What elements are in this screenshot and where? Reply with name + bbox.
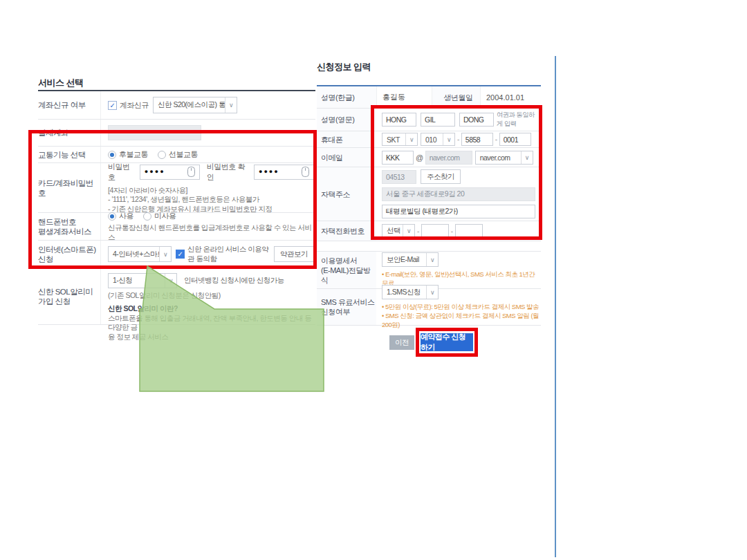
password-input[interactable]: ●●●● <box>140 165 200 180</box>
row-label-payment-account: 결제계좌 <box>38 120 101 146</box>
home-tel-last-input[interactable] <box>455 224 483 238</box>
password-note-1: [4자리 아라비아 숫자사용] <box>108 186 314 196</box>
email-domain-select[interactable]: naver.com <box>475 151 533 165</box>
internet-apply-select[interactable]: 4-인터넷+스마트폰 <box>108 246 172 262</box>
password-confirm-dots: ●●●● <box>259 169 279 175</box>
table-row: 성명(영문) HONG GIL DONG 여권과 동일하게 입력 <box>317 109 541 131</box>
name-en-hint: 여권과 동일하게 입력 <box>497 111 540 129</box>
table-row: 결제계좌 <box>38 120 315 147</box>
table-row: 휴대폰 SKT 010 - 5858 - 0001 <box>317 131 541 148</box>
password-dots: ●●●● <box>145 169 165 175</box>
sms-service-note-1: • 5만원 이상(무료): 5만원 이상 체크카드 결제시 SMS 발송 <box>382 302 540 311</box>
terms-agree-label: 신한 온라인 서비스 이용약관 동의함 <box>187 245 270 264</box>
submit-reservation-button[interactable]: 예약접수 신청하기 <box>421 333 473 351</box>
account-type-select[interactable]: 신한 S20(에스이공) 통장 <box>153 97 237 113</box>
row-label-email: 이메일 <box>317 148 376 167</box>
sms-service-note-2: • SMS 신청: 금액 상관없이 체크카드 결제시 SMS 알림 (월 200… <box>382 311 540 329</box>
name-en-middle-input[interactable]: GIL <box>421 113 455 127</box>
sms-service-select[interactable]: 1.SMS신청 <box>382 285 439 299</box>
row-label-statement-method: 이용명세서 (E-MAIL)전달방식 <box>317 252 376 288</box>
statement-method-select[interactable]: 보안E-Mail <box>382 252 439 267</box>
row-label-name-en: 성명(영문) <box>317 109 376 131</box>
account-new-checkbox-label: 계좌신규 <box>120 100 149 111</box>
chevron-down-icon <box>521 151 533 164</box>
password-note-2: - '1111', '1234', 생년월일, 핸드폰번호등은 사용불가 <box>108 195 314 205</box>
email-id-input[interactable]: KKK <box>382 151 414 165</box>
email-at-sign: @ <box>414 153 425 162</box>
table-row: 교통기능 선택 후불교통 선불교통 <box>38 147 315 163</box>
sol-alimi-note-1: 인터넷뱅킹 신청시에만 신청가능 <box>184 276 284 286</box>
row-label-sms-service: SMS 유료서비스 신청여부 <box>317 289 376 325</box>
name-en-last-input[interactable]: DONG <box>459 113 494 127</box>
chevron-down-icon <box>225 97 237 113</box>
chevron-down-icon <box>403 225 414 237</box>
phone-life-nouse-label: 미사용 <box>154 211 176 221</box>
transport-prepaid-label: 선불교통 <box>169 149 198 160</box>
mouse-icon[interactable] <box>187 167 195 177</box>
home-tel-prefix-select[interactable]: 선택 <box>382 224 415 238</box>
birthdate-value: 2004.01.01 <box>480 86 541 108</box>
table-row: 인터넷(스마트폰) 신청 4-인터넷+스마트폰 신한 온라인 서비스 이용약관 … <box>38 241 315 268</box>
table-row: 핸드폰번호 평생계좌서비스 사용 미사용 신규통장신청시 핸드폰번호를 입금계좌… <box>38 213 315 241</box>
row-label-sol-alimi: 신한 SOL알리미 가입 신청 <box>38 268 101 324</box>
chevron-down-icon <box>159 247 171 261</box>
transport-postpaid-label: 후불교통 <box>119 149 148 160</box>
sol-alimi-desc-2: 융 정보 제공 서비스 <box>108 333 314 342</box>
service-select-table: 계좌신규 여부 계좌신규 신한 S20(에스이공) 통장 결제계좌 <box>38 90 315 325</box>
transport-postpaid-radio[interactable] <box>108 151 116 159</box>
table-row: 계좌신규 여부 계좌신규 신한 S20(에스이공) 통장 <box>38 91 315 120</box>
notification-settings-table: 이용명세서 (E-MAIL)전달방식 보안E-Mail • E-mail(보안,… <box>317 251 541 326</box>
row-label-transport: 교통기능 선택 <box>38 147 101 162</box>
terms-view-button[interactable]: 약관보기 <box>274 246 314 262</box>
home-tel-mid-input[interactable] <box>421 224 449 238</box>
name-kr-value: 홍길동 <box>376 86 432 108</box>
sol-alimi-select[interactable]: 1-신청 <box>108 273 177 288</box>
address-search-button[interactable]: 주소찾기 <box>421 169 461 184</box>
phone-life-nouse-radio[interactable] <box>143 212 151 221</box>
sol-alimi-desc-1: 스마트폰을 통해 입출금 거래내역, 잔액 부족안내, 한도변동 안내 등 다양… <box>108 314 314 333</box>
password-confirm-input[interactable]: ●●●● <box>254 165 314 180</box>
service-select-title: 서비스 선택 <box>38 77 84 89</box>
table-row: 신한 SOL알리미 가입 신청 1-신청 인터넷뱅킹 신청시에만 신청가능 (기… <box>38 268 315 325</box>
table-row: 자택전화번호 선택 - - <box>317 221 541 241</box>
row-label-phone-life-account: 핸드폰번호 평생계좌서비스 <box>38 213 101 240</box>
row-label-home-address: 자택주소 <box>317 167 376 221</box>
terms-agree-checkbox[interactable] <box>176 250 185 259</box>
table-row: 성명(한글) 홍길동 생년월일 2004.01.01 <box>317 86 541 109</box>
chevron-down-icon <box>165 274 176 288</box>
name-en-first-input[interactable]: HONG <box>382 113 416 127</box>
row-label-internet-apply: 인터넷(스마트폰) 신청 <box>38 241 101 268</box>
row-label-birthdate: 생년월일 <box>432 86 480 108</box>
password-confirm-label: 비밀번호 확인 <box>207 162 250 183</box>
prev-button[interactable]: 이전 <box>389 335 414 350</box>
chevron-down-icon <box>426 286 438 299</box>
row-label-home-tel: 자택전화번호 <box>317 221 376 241</box>
apply-info-title: 신청정보 입력 <box>317 61 371 73</box>
row-label-password: 카드/계좌비밀번호 <box>38 163 101 212</box>
table-row: SMS 유료서비스 신청여부 1.SMS신청 • 5만원 이상(무료): 5만원… <box>317 289 541 326</box>
chevron-down-icon <box>426 253 438 266</box>
row-label-name-kr: 성명(한글) <box>317 86 376 108</box>
page: 서비스 선택 계좌신규 여부 계좌신규 신한 S20(에스이공) 통장 <box>0 0 747 560</box>
mobile-last-input[interactable]: 0001 <box>499 133 531 146</box>
page-divider-line <box>555 56 556 557</box>
apply-info-table: 성명(한글) 홍길동 생년월일 2004.01.01 성명(영문) HONG G… <box>317 85 541 241</box>
sol-alimi-question: 신한 SOL알리미 이란? <box>108 304 314 314</box>
mobile-prefix-select[interactable]: 010 <box>421 133 455 146</box>
address-line1-input: 서울 중구 세종대로9길 20 <box>382 187 535 201</box>
account-new-checkbox[interactable] <box>108 101 117 110</box>
chevron-down-icon <box>405 133 417 145</box>
transport-prepaid-radio[interactable] <box>158 151 166 159</box>
sol-alimi-note-2: (기존 SOL알리미 신청분은 신청안됨) <box>108 291 314 301</box>
mouse-icon[interactable] <box>302 167 309 177</box>
mobile-carrier-select[interactable]: SKT <box>382 133 418 146</box>
phone-life-use-label: 사용 <box>119 211 133 221</box>
phone-life-use-radio[interactable] <box>108 212 116 221</box>
row-label-mobile: 휴대폰 <box>317 131 376 147</box>
mobile-mid-input[interactable]: 5858 <box>461 133 493 146</box>
table-row: 이메일 KKK @ naver.com naver.com <box>317 148 541 167</box>
address-line2-input[interactable]: 태평로빌딩 (태평로2가) <box>382 205 535 218</box>
table-row: 카드/계좌비밀번호 비밀번호 ●●●● 비밀번호 확인 ●●●● <box>38 163 315 213</box>
email-domain-input: naver.com <box>425 151 472 165</box>
zipcode-input: 04513 <box>382 170 416 184</box>
